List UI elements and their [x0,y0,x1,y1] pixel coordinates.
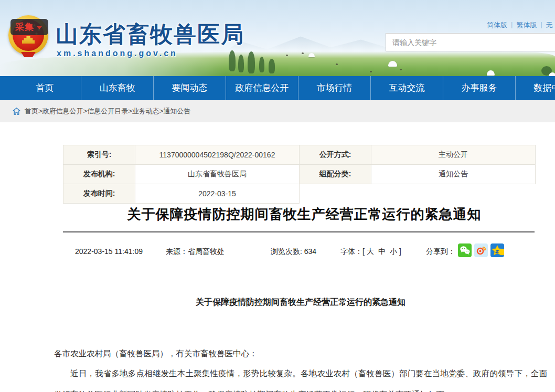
publish-datetime: 2022-03-15 11:41:09 [75,247,143,256]
tree-art [238,55,244,72]
wechat-share-icon[interactable] [458,243,472,257]
share-label: 分享到： [426,247,455,257]
font-size-small-button[interactable]: 小 [390,247,397,256]
main-nav: 首页 山东畜牧 要闻动态 政府信息公开 市场行情 互动交流 办事服务 数据中心 [0,76,555,100]
weibo-share-icon[interactable] [474,243,488,257]
yurt-art [487,70,495,76]
tree-art [229,50,236,71]
nav-item-shandong-husbandry[interactable]: 山东畜牧 [81,76,154,100]
document-info-table-left: 索引号: 11370000004502198Q/2022-00162 发布机构:… [63,145,300,204]
nav-item-services[interactable]: 办事服务 [443,76,516,100]
simplified-chinese-link[interactable]: 简体版 [487,20,507,30]
article-title: 关于保障疫情防控期间畜牧生产经营正常运行的紧急通知 [63,205,546,224]
cattle-art [302,52,304,54]
font-size-widget: 字体：[大中小] [340,247,401,257]
index-number-value: 11370000004502198Q/2022-00162 [135,145,300,165]
cattle-art [286,55,288,56]
nav-item-news[interactable]: 要闻动态 [154,76,226,100]
nav-item-home[interactable]: 首页 [9,76,81,100]
tree-art [259,57,264,72]
article-source: 来源：省局畜牧处 [166,247,225,257]
category-value: 通知公告 [371,165,536,184]
font-size-large-button[interactable]: 大 [367,247,374,256]
publish-date-value: 2022-03-15 [135,184,300,204]
font-size-medium-button[interactable]: 中 [378,247,386,256]
nav-item-data-center[interactable]: 数据中心 [516,76,555,100]
nav-item-gov-info-disclosure[interactable]: 政府信息公开 [226,76,298,100]
collect-badge-label: 采集 [15,21,34,33]
article-body-title: 关于保障疫情防控期间畜牧生产经营正常运行的紧急通知 [54,297,547,308]
document-info-table-right: 公开方式: 主动公开 组配分类: 通知公告 [299,145,536,184]
home-icon [13,108,20,115]
font-size-suffix: ] [399,247,401,256]
issuing-agency-value: 山东省畜牧兽医局 [135,165,300,184]
language-links: 简体版 | 繁体版 | 无 [487,20,553,30]
cattle-art [370,71,372,72]
view-count: 浏览次数: 634 [271,247,316,257]
index-number-label: 索引号: [63,145,135,165]
qzone-share-icon[interactable] [490,243,504,257]
nav-item-market[interactable]: 市场行情 [298,76,371,100]
cattle-art [336,63,338,65]
disclosure-method-value: 主动公开 [371,145,536,165]
cattle-art [400,69,402,70]
tree-art [248,51,255,73]
site-header-banner: ★ ★ ★ 采集 山东省畜牧兽医局 xm.shandong.gov.cn 简体版… [0,0,555,76]
breadcrumb-bar: 首页>政府信息公开>信息公开目录>业务动态>通知公告 [0,100,555,122]
search-input[interactable] [386,33,555,51]
breadcrumb[interactable]: 首页>政府信息公开>信息公开目录>业务动态>通知公告 [25,107,190,116]
article-paragraph: 近日，我省多地多点相继发生本土聚集性疫情，形势比较复杂。各地农业农村（畜牧兽医）… [54,363,547,392]
site-title: 山东省畜牧兽医局 [56,19,244,50]
article-salutation: 各市农业农村局（畜牧兽医局），有关市畜牧兽医中心： [54,348,258,359]
nav-item-interaction[interactable]: 互动交流 [371,76,443,100]
title-divider [63,231,535,232]
caret-down-icon[interactable] [37,26,42,29]
share-buttons [458,243,504,257]
page: ★ ★ ★ 采集 山东省畜牧兽医局 xm.shandong.gov.cn 简体版… [0,0,555,392]
publish-date-label: 发布时间: [63,184,135,204]
collect-extension-badge[interactable]: 采集 [10,19,48,35]
divider: | [540,20,542,30]
site-url: xm.shandong.gov.cn [57,49,178,58]
yurt-art [308,53,315,57]
tree-art [269,59,275,73]
disclosure-method-label: 公开方式: [300,145,371,165]
accessibility-link[interactable]: 无 [546,20,553,30]
issuing-agency-label: 发布机构: [63,165,135,184]
traditional-chinese-link[interactable]: 繁体版 [516,20,537,30]
divider: | [511,20,513,30]
category-label: 组配分类: [300,165,371,184]
font-size-prefix: 字体：[ [340,247,365,256]
